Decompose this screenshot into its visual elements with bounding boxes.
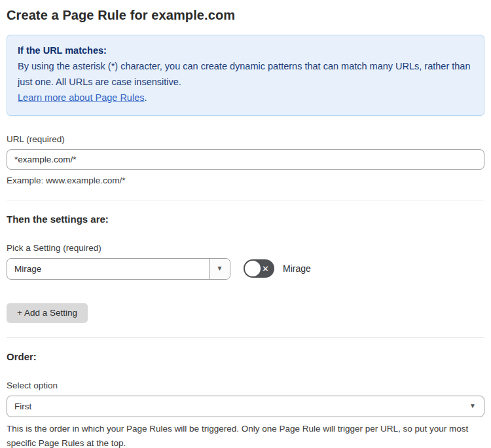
setting-row: Mirage ▼ ✕ Mirage [7,258,484,280]
page-rule-form: Create a Page Rule for example.com If th… [0,0,491,448]
divider [7,337,484,338]
url-match-info-box: If the URL matches: By using the asteris… [7,35,484,116]
url-field-label: URL (required) [7,134,484,144]
page-title: Create a Page Rule for example.com [7,8,484,23]
order-select-label: Select option [7,381,484,390]
chevron-down-icon: ▼ [217,265,223,272]
setting-select-value: Mirage [7,259,209,279]
url-input[interactable] [7,149,484,170]
chevron-down-icon: ▼ [469,403,476,409]
learn-more-link[interactable]: Learn more about Page Rules [18,92,144,103]
toggle-off-x-icon: ✕ [262,265,269,273]
toggle-label: Mirage [283,263,311,274]
info-box-link-line: Learn more about Page Rules. [18,90,473,106]
toggle-knob [245,261,261,276]
url-example-text: Example: www.example.com/* [7,176,484,185]
link-period: . [144,92,147,103]
setting-select-arrow-button[interactable]: ▼ [209,259,230,279]
mirage-toggle[interactable]: ✕ [244,259,274,278]
order-select[interactable]: First ▼ [7,396,484,417]
info-box-body: By using the asterisk (*) character, you… [18,59,473,90]
order-section-heading: Order: [7,351,484,362]
order-description: This is the order in which your Page Rul… [7,422,473,448]
setting-picker-label: Pick a Setting (required) [7,243,484,253]
order-select-value: First [14,401,31,411]
add-setting-button[interactable]: + Add a Setting [7,303,88,323]
setting-select[interactable]: Mirage ▼ [7,258,230,280]
info-box-heading: If the URL matches: [18,43,473,59]
settings-section-heading: Then the settings are: [7,214,484,225]
divider [7,200,484,200]
